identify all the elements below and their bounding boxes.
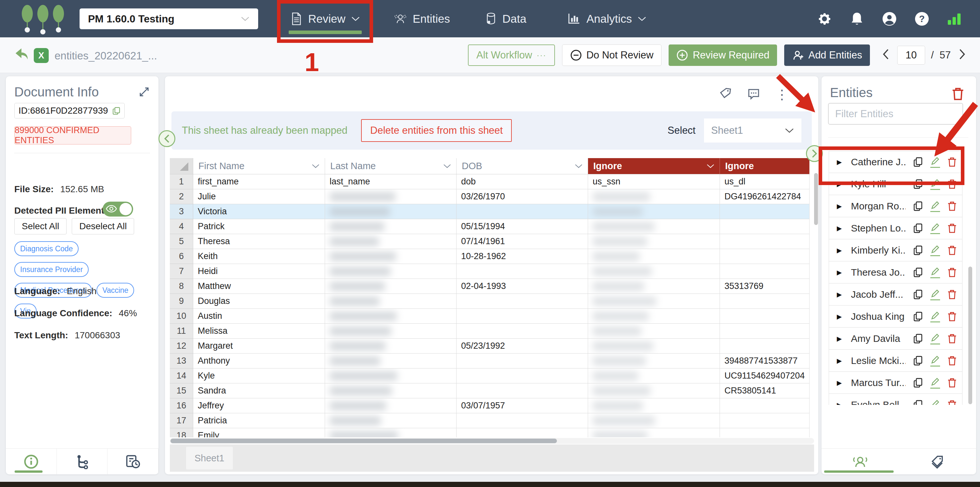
- project-select[interactable]: PM 1.60.0 Testing: [80, 8, 258, 29]
- grid-horizontal-scrollbar[interactable]: [170, 438, 814, 444]
- copy-icon[interactable]: [913, 178, 923, 189]
- expand-arrow-icon[interactable]: ▶: [837, 313, 842, 320]
- cell-ssn[interactable]: us_ssn: [588, 174, 720, 189]
- column-header-last-name[interactable]: Last Name: [325, 158, 457, 174]
- cell-dl[interactable]: CR53805141: [720, 384, 810, 398]
- delete-icon[interactable]: [947, 333, 957, 344]
- review-required-button[interactable]: Review Required: [668, 45, 777, 66]
- column-header-first-name[interactable]: First Name: [193, 158, 325, 174]
- row-number-cell[interactable]: 12: [170, 339, 193, 353]
- back-arrow-icon[interactable]: [14, 48, 30, 64]
- cell-ssn[interactable]: [588, 309, 720, 324]
- tab-entities[interactable]: Entities: [394, 0, 450, 37]
- help-icon[interactable]: ?: [915, 11, 929, 26]
- sheet-select-dropdown[interactable]: Sheet1: [704, 118, 802, 143]
- settings-gear-icon[interactable]: [817, 11, 832, 26]
- sheet-row[interactable]: 1first_namelast_namedobus_ssnus_dl: [170, 174, 814, 189]
- cell-ssn[interactable]: [588, 353, 720, 369]
- grid-vertical-scrollbar[interactable]: [814, 158, 818, 437]
- cell-ssn[interactable]: [588, 324, 720, 339]
- sheet-row[interactable]: 3Victoria: [170, 204, 814, 219]
- cell-dl[interactable]: [720, 204, 810, 219]
- cell-dl[interactable]: 394887741533877: [720, 353, 810, 369]
- cell-dob[interactable]: 07/14/1961: [457, 234, 588, 249]
- cell-last-name[interactable]: [325, 279, 457, 294]
- cell-last-name[interactable]: [325, 398, 457, 413]
- row-number-cell[interactable]: 11: [170, 324, 193, 339]
- copy-icon[interactable]: [913, 355, 923, 366]
- cell-dl[interactable]: [720, 324, 810, 339]
- delete-icon[interactable]: [947, 178, 957, 189]
- cell-dl[interactable]: [720, 249, 810, 264]
- cell-last-name[interactable]: [325, 353, 457, 369]
- scrollbar-thumb[interactable]: [814, 173, 818, 225]
- cell-last-name[interactable]: [325, 294, 457, 309]
- edit-icon[interactable]: [930, 267, 940, 278]
- sheet-row[interactable]: 9Douglas: [170, 294, 814, 309]
- cell-dob[interactable]: [457, 428, 588, 437]
- pii-tag[interactable]: Diagnosis Code: [14, 241, 79, 256]
- cell-first-name[interactable]: Matthew: [193, 279, 325, 294]
- expand-arrow-icon[interactable]: ▶: [837, 202, 842, 210]
- delete-icon[interactable]: [947, 355, 957, 366]
- expand-arrow-icon[interactable]: ▶: [837, 269, 842, 276]
- delete-icon[interactable]: [947, 201, 957, 212]
- cell-ssn[interactable]: [588, 413, 720, 428]
- cell-first-name[interactable]: first_name: [193, 174, 325, 189]
- cell-dob[interactable]: [457, 353, 588, 369]
- sheet-row[interactable]: 18Emily: [170, 428, 814, 437]
- cell-dob[interactable]: [457, 369, 588, 384]
- edit-icon[interactable]: [930, 245, 940, 256]
- edit-icon[interactable]: [930, 333, 940, 344]
- tab-hierarchy[interactable]: [57, 449, 108, 474]
- delete-icon[interactable]: [947, 311, 957, 322]
- copy-icon[interactable]: [913, 223, 923, 234]
- cell-ssn[interactable]: [588, 189, 720, 204]
- row-number-cell[interactable]: 16: [170, 398, 193, 413]
- cell-last-name[interactable]: [325, 324, 457, 339]
- tab-review[interactable]: Review: [291, 0, 360, 37]
- entity-list-scrollbar[interactable]: [968, 151, 972, 405]
- cell-ssn[interactable]: [588, 428, 720, 437]
- filter-entities-input[interactable]: [835, 108, 965, 120]
- cell-dl[interactable]: [720, 428, 810, 437]
- cell-first-name[interactable]: Kyle: [193, 369, 325, 384]
- expand-arrow-icon[interactable]: ▶: [837, 335, 842, 342]
- delete-icon[interactable]: [947, 399, 957, 405]
- cell-dl[interactable]: [720, 309, 810, 324]
- cell-first-name[interactable]: Sandra: [193, 384, 325, 398]
- edit-icon[interactable]: [930, 289, 940, 300]
- entity-row[interactable]: ▶Morgan Ro...: [829, 195, 963, 217]
- row-number-cell[interactable]: 17: [170, 413, 193, 428]
- scrollbar-thumb[interactable]: [170, 439, 557, 443]
- cell-last-name[interactable]: [325, 264, 457, 279]
- delete-icon[interactable]: [947, 289, 957, 300]
- edit-icon[interactable]: [930, 223, 940, 234]
- sheet-row[interactable]: 11Melissa: [170, 324, 814, 339]
- cell-last-name[interactable]: [325, 189, 457, 204]
- entity-row[interactable]: ▶Evelyn Bell: [829, 394, 963, 405]
- notifications-bell-icon[interactable]: [850, 11, 864, 26]
- entity-row[interactable]: ▶Joshua King: [829, 306, 963, 328]
- cell-dob[interactable]: 02-04-1993: [457, 279, 588, 294]
- cell-dob[interactable]: 05/15/1994: [457, 219, 588, 234]
- cell-first-name[interactable]: Patrick: [193, 219, 325, 234]
- row-number-cell[interactable]: 6: [170, 249, 193, 264]
- cell-ssn[interactable]: [588, 398, 720, 413]
- column-header-ignore-ssn[interactable]: Ignore: [588, 158, 720, 174]
- row-number-cell[interactable]: 13: [170, 353, 193, 369]
- cell-ssn[interactable]: [588, 249, 720, 264]
- edit-icon[interactable]: [930, 377, 940, 388]
- cell-first-name[interactable]: Anthony: [193, 353, 325, 369]
- entity-row[interactable]: ▶Kimberly Ki...: [829, 239, 963, 261]
- copy-icon[interactable]: [913, 377, 923, 388]
- entity-row[interactable]: ▶Marcus Tur...: [829, 372, 963, 394]
- row-number-cell[interactable]: 5: [170, 234, 193, 249]
- cell-dob[interactable]: dob: [457, 174, 588, 189]
- cell-dl[interactable]: [720, 294, 810, 309]
- cell-last-name[interactable]: [325, 339, 457, 353]
- tag-icon[interactable]: [719, 88, 732, 102]
- cell-dl[interactable]: UC91154629407204: [720, 369, 810, 384]
- cell-ssn[interactable]: [588, 279, 720, 294]
- cell-first-name[interactable]: Melissa: [193, 324, 325, 339]
